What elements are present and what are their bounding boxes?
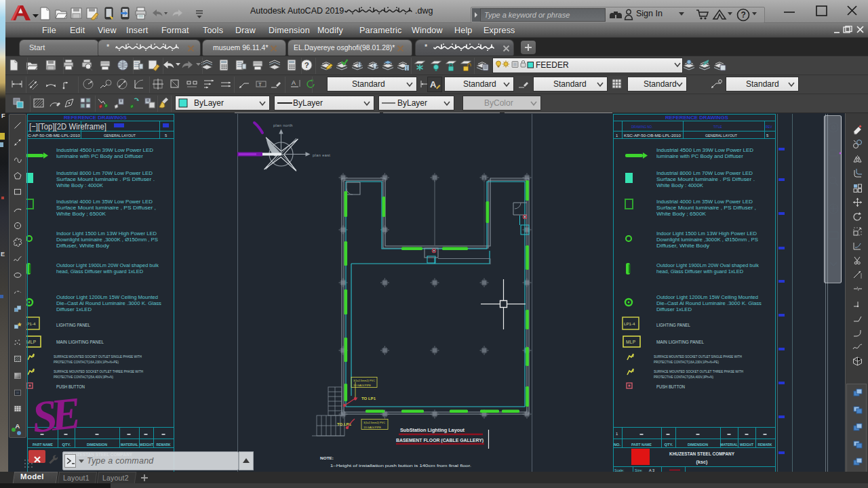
svg-text:?: ?: [741, 10, 745, 20]
svg-text:A: A: [292, 79, 296, 86]
svg-text:T: T: [258, 81, 262, 87]
svg-text:?: ?: [304, 61, 309, 69]
svg-text:E: E: [1, 251, 5, 258]
svg-text:F: F: [1, 113, 5, 119]
svg-text:A: A: [430, 79, 437, 89]
